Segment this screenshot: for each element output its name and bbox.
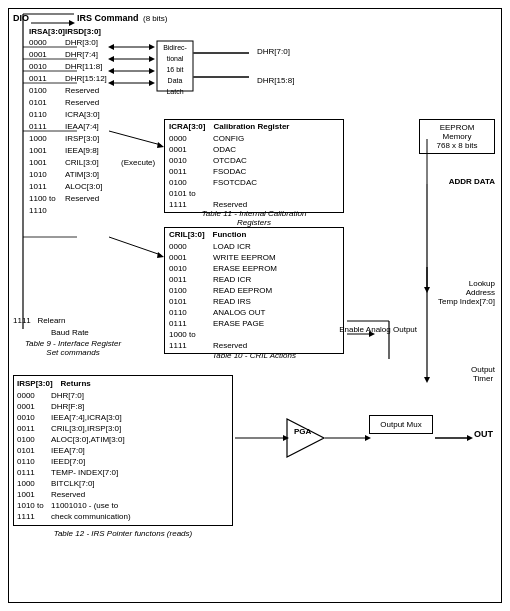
dhr158-label: DHR[15:8] [257, 76, 294, 85]
icra-row-0010: 0010 OTCDAC [169, 155, 339, 166]
row-1001-cril: 1001 CRIL[3:0] (Execute) [29, 157, 155, 169]
irsp-row-1001: 1001 Reserved [17, 489, 229, 500]
irsp-col1-title: IRSP[3:0] [17, 379, 53, 388]
irs-command-area: IRS Command (8 bits) [77, 13, 167, 23]
irsp-row-0010: 0010 IEEA[7:4],ICRA[3:0] [17, 412, 229, 423]
addr-data-label: ADDR DATA [449, 177, 495, 186]
output-mux-label: Output Mux [376, 420, 426, 429]
cril-col2-title: Function [213, 230, 247, 239]
cril-row-0111: 0111 ERASE PAGE [169, 318, 339, 329]
irsp-box: IRSP[3:0] Returns 0000 DHR[7:0] 0001 DHR… [13, 375, 233, 526]
row-0101-reserved: 0101 Reserved [29, 97, 155, 109]
svg-marker-1 [69, 20, 75, 26]
row-1110: 1110 [29, 205, 155, 217]
cril-row-1111: 1111 Reserved [169, 340, 339, 351]
row-0010-dhr118: 0010 DHR[11:8] [29, 61, 155, 73]
cril-row-0001: 0001 WRITE EEPROM [169, 252, 339, 263]
cril-row-1000to: 1000 to [169, 329, 339, 340]
output-timer-label: Output Timer [471, 365, 495, 383]
irs-bits-label: (8 bits) [143, 14, 167, 23]
cril-row-0010: 0010 ERASE EEPROM [169, 263, 339, 274]
icra-title-row: ICRA[3:0] Calibration Register [169, 122, 339, 131]
row-1010-atim: 1010 ATIM[3:0] [29, 169, 155, 181]
svg-marker-34 [365, 435, 371, 441]
icra-box: ICRA[3:0] Calibration Register 0000 CONF… [164, 119, 344, 213]
irsp-row-1111: 1111 check communication) [17, 511, 229, 522]
out-label: OUT [474, 429, 493, 439]
diagram-wrapper: DIO IRS Command (8 bits) IRSA[3:0] IRSD[… [8, 8, 502, 603]
row-0100-reserved: 0100 Reserved [29, 85, 155, 97]
irs-command-label: IRS Command [77, 13, 139, 23]
irsd-header: IRSD[3:0] [65, 27, 117, 36]
irsp-row-0011: 0011 CRIL[3:0],IRSP[3:0] [17, 423, 229, 434]
bidir-label: Bidirec- tional 16 bit Data Latch [158, 42, 192, 97]
svg-line-18 [109, 237, 161, 255]
icra-row-0001: 0001 ODAC [169, 144, 339, 155]
icra-col2-title: Calibration Register [213, 122, 289, 131]
table9-caption: Table 9 - Interface Register Set command… [13, 339, 133, 357]
dio-label: DIO [13, 13, 29, 23]
dhr-right-labels: DHR[7:0] DHR[15:8] [257, 47, 294, 85]
icra-row-0101to: 0101 to [169, 188, 339, 199]
svg-marker-36 [467, 435, 473, 441]
irsp-col2-title: Returns [61, 379, 91, 388]
output-mux-box: Output Mux [369, 415, 433, 434]
cril-row-0100: 0100 READ EEPROM [169, 285, 339, 296]
svg-marker-30 [287, 419, 324, 457]
baud-rate-label: Baud Rate [51, 327, 89, 339]
row-0110-icra: 0110 ICRA[3:0] [29, 109, 155, 121]
irsp-row-0111: 0111 TEMP- INDEX[7:0] [17, 467, 229, 478]
icra-row-0000: 0000 CONFIG [169, 133, 339, 144]
cril-col1-title: CRIL[3:0] [169, 230, 205, 239]
main-container: DIO IRS Command (8 bits) IRSA[3:0] IRSD[… [0, 0, 510, 611]
cril-row-0101-read-irs: 0101 READ IRS [169, 296, 339, 307]
row-1000-irsp: 1000 IRSP[3:0] [29, 133, 155, 145]
svg-marker-19 [157, 252, 164, 258]
row-0001-dhr74: 0001 DHR[7:4] [29, 49, 155, 61]
dhr70-label: DHR[7:0] [257, 47, 294, 56]
row-1111: 1111 Relearn [13, 315, 89, 327]
irsp-row-1000: 1000 BITCLK[7:0] [17, 478, 229, 489]
irsp-row-0001: 0001 DHR[F:8] [17, 401, 229, 412]
irsa-header: IRSA[3:0] [29, 27, 61, 36]
cril-table-caption: Table 10 - CRIL Actions [164, 351, 344, 360]
row-1100-reserved: 1100 to Reserved [29, 193, 155, 205]
cril-row-0110: 0110 ANALOG OUT [169, 307, 339, 318]
svg-marker-17 [157, 142, 164, 148]
irsp-row-0100: 0100 ALOC[3:0],ATIM[3:0] [17, 434, 229, 445]
irsa-irsd-header: IRSA[3:0] IRSD[3:0] [29, 27, 117, 36]
pga-label: PGA [294, 427, 311, 436]
svg-marker-29 [424, 377, 430, 383]
svg-marker-32 [283, 435, 289, 441]
eeprom-box: EEPROM Memory 768 x 8 bits [419, 119, 495, 154]
read-irs-label: READ IRS [213, 296, 251, 307]
irsp-row-0101: 0101 IEEA[7:0] [17, 445, 229, 456]
irsa-rows: 0000 DHR[3:0] 0001 DHR[7:4] 0010 DHR[11:… [29, 37, 155, 217]
lookup-addr-label: Lookup Address Temp Index[7:0] [415, 279, 495, 306]
irsp-title-row: IRSP[3:0] Returns [17, 379, 229, 388]
irsp-row-1010to: 1010 to 11001010 - (use to [17, 500, 229, 511]
cril-title-row: CRIL[3:0] Function [169, 230, 339, 239]
icra-col1-title: ICRA[3:0] [169, 122, 205, 131]
row-0011-dhr1512: 0011 DHR[15:12] [29, 73, 155, 85]
cril-box: CRIL[3:0] Function 0000 LOAD ICR 0001 WR… [164, 227, 344, 354]
cril-row-0000: 0000 LOAD ICR [169, 241, 339, 252]
row-1011-aloc: 1011 ALOC[3:0] [29, 181, 155, 193]
relearn-label: 1111 Relearn Baud Rate [13, 315, 89, 339]
cril-row-0011: 0011 READ ICR [169, 274, 339, 285]
irsp-table-caption: Table 12 - IRS Pointer functons (reads) [13, 529, 233, 538]
enable-analog-label: Enable Analog Output [337, 325, 417, 334]
icra-row-0100: 0100 FSOTCDAC [169, 177, 339, 188]
irsp-area: IRSP[3:0] Returns 0000 DHR[7:0] 0001 DHR… [13, 375, 233, 538]
row-0000-dhr30: 0000 DHR[3:0] [29, 37, 155, 49]
icra-row-0011: 0011 FSODAC [169, 166, 339, 177]
irsp-row-0110: 0110 IEED[7:0] [17, 456, 229, 467]
irsp-row-0000: 0000 DHR[7:0] [17, 390, 229, 401]
row-0111-ieaa: 0111 IEAA[7:4] [29, 121, 155, 133]
icra-table-caption: Table 11 - Internal Calibration Register… [164, 209, 344, 227]
row-1001-ieea: 1001 IEEA[9:8] [29, 145, 155, 157]
